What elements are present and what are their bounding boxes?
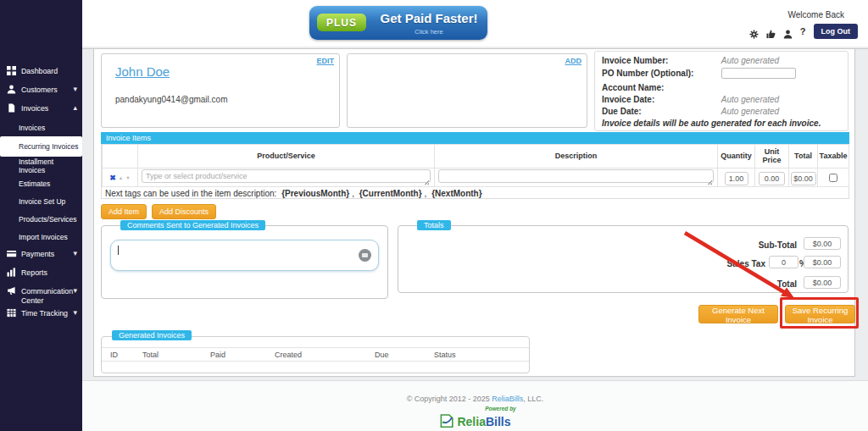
header-icons: ? Log Out: [749, 24, 858, 39]
sidebar-item-reports[interactable]: Reports: [0, 264, 82, 283]
powered-by-text: Powered by: [133, 406, 868, 412]
photo-icon[interactable]: [359, 249, 371, 262]
sidebar-subitem-recurring-invoices[interactable]: Recurring Invoices: [0, 136, 82, 157]
logout-button[interactable]: Log Out: [814, 24, 859, 39]
move-down-icon[interactable]: ▼: [125, 175, 130, 180]
gear-icon[interactable]: [749, 27, 759, 36]
generate-next-invoice-button[interactable]: Generate Next Invoice: [698, 305, 778, 323]
auto-generated-note: Invoice details will be auto generated f…: [602, 119, 821, 128]
po-number-row: PO Number (Optional):: [602, 68, 796, 79]
comments-textarea[interactable]: [110, 240, 379, 271]
customer-panel: EDIT John Doe pandakyung0414@gmail.com: [101, 53, 340, 128]
total-value-input[interactable]: [804, 276, 841, 289]
chevron-up-icon: ▴: [73, 100, 77, 112]
help-icon[interactable]: ?: [800, 26, 806, 36]
add-link[interactable]: ADD: [565, 57, 582, 65]
sidebar-item-communication-center[interactable]: Communication Center ▾: [0, 283, 82, 305]
edit-customer-link[interactable]: EDIT: [316, 57, 334, 65]
quantity-input[interactable]: [725, 172, 748, 185]
col-taxable: Taxable: [818, 145, 849, 169]
generated-invoices-section: Generated Invoices ID Total Paid Created…: [101, 336, 530, 373]
po-number-input[interactable]: [721, 68, 796, 79]
banner-title: Get Paid Faster!: [374, 11, 484, 25]
copyright-suffix: , LLC.: [523, 395, 543, 403]
logo-text: ReliaBills: [457, 415, 510, 428]
po-number-label: PO Number (Optional):: [602, 69, 719, 78]
customer-name-link[interactable]: John Doe: [115, 64, 170, 79]
total-label: Total: [777, 279, 797, 289]
due-date-value: Auto generated: [721, 107, 779, 116]
reliabills-logo[interactable]: ReliaBills: [82, 412, 868, 431]
due-date-label: Due Date:: [602, 107, 719, 116]
dashboard-icon: [7, 66, 18, 77]
add-item-button[interactable]: Add Item: [101, 204, 147, 219]
sidebar-subitem-import-invoices[interactable]: Import Invoices: [0, 228, 82, 246]
reliabills-link[interactable]: ReliaBills: [492, 395, 523, 403]
sidebar-item-payments[interactable]: Payments ▾: [0, 246, 82, 264]
invoice-number-label: Invoice Number:: [602, 56, 719, 65]
plus-badge: PLUS: [317, 14, 366, 31]
col-total: Total: [789, 145, 818, 169]
subtotal-input[interactable]: [804, 237, 841, 250]
item-row: ✖ ▲ ▼: [103, 169, 849, 187]
add-discounts-button[interactable]: Add Discounts: [152, 204, 216, 219]
tags-note: Next tags can be used in the item descri…: [105, 189, 482, 198]
sidebar-item-dashboard[interactable]: Dashboard: [0, 63, 82, 81]
save-recurring-invoice-button[interactable]: Save Recurring Invoice: [785, 305, 855, 323]
col-created: Created: [275, 351, 375, 359]
get-paid-faster-banner[interactable]: PLUS Get Paid Faster! Click here: [309, 6, 487, 40]
sidebar-item-label: Dashboard: [21, 63, 77, 76]
subitem-label: Invoices: [19, 124, 45, 132]
banner-click-here[interactable]: Click here: [374, 28, 484, 36]
invoices-icon: [7, 103, 18, 114]
subtotal-label: Sub-Total: [759, 240, 797, 250]
copyright-prefix: © Copyright 2012 - 2025: [407, 395, 492, 403]
sidebar-item-label: Customers: [21, 81, 73, 95]
top-header: PLUS Get Paid Faster! Click here Welcome…: [82, 0, 868, 47]
sidebar: Dashboard Customers ▾ Invoices ▴ Invoice…: [0, 0, 82, 431]
sidebar-item-invoices[interactable]: Invoices ▴: [0, 100, 82, 119]
comments-section: Comments Sent to Generated Invoices: [101, 225, 388, 299]
totals-section-title: Totals: [417, 220, 451, 230]
remove-item-icon[interactable]: ✖: [109, 174, 116, 182]
invoice-date-row: Invoice Date: Auto generated: [602, 95, 779, 104]
resize-handle[interactable]: [424, 180, 429, 185]
due-date-row: Due Date: Auto generated: [602, 107, 779, 116]
sidebar-item-time-tracking[interactable]: Time Tracking ▾: [0, 305, 82, 323]
sidebar-subitem-estimates[interactable]: Estimates: [0, 174, 82, 192]
sidebar-subitem-installment-invoices[interactable]: Installment Invoices: [0, 157, 82, 174]
resize-handle[interactable]: [707, 180, 712, 185]
col-unit-price: Unit Price: [755, 145, 789, 169]
product-service-input[interactable]: [142, 169, 431, 183]
sidebar-subitem-invoices[interactable]: Invoices: [0, 119, 82, 136]
chevron-down-icon: ▾: [73, 283, 77, 295]
tag-next-month: {NextMonth}: [431, 189, 481, 198]
subitem-label: Invoice Set Up: [19, 197, 65, 206]
sidebar-subitem-products-services[interactable]: Products/Services: [0, 210, 82, 228]
reports-icon: [7, 268, 18, 279]
sales-tax-value-input[interactable]: [804, 256, 841, 268]
move-up-icon[interactable]: ▲: [119, 175, 123, 180]
col-actions: [103, 145, 138, 169]
thumbs-up-icon[interactable]: [766, 27, 776, 36]
unit-price-input[interactable]: [759, 172, 785, 185]
reliabills-logo-icon: [439, 412, 455, 431]
taxable-checkbox[interactable]: [829, 174, 837, 182]
sales-tax-rate-input[interactable]: [769, 256, 798, 268]
col-product-service: Product/Service: [138, 145, 435, 169]
sidebar-item-customers[interactable]: Customers ▾: [0, 81, 82, 100]
sidebar-subitem-invoice-set-up[interactable]: Invoice Set Up: [0, 192, 82, 210]
payments-icon: [7, 249, 18, 260]
invoice-number-row: Invoice Number: Auto generated: [602, 56, 779, 65]
user-icon[interactable]: [783, 27, 793, 36]
tag-current-month: {CurrentMonth}: [359, 189, 422, 198]
sidebar-item-label: Reports: [21, 264, 77, 278]
total-input[interactable]: [791, 172, 816, 185]
invoice-items-table: Product/Service Description Quantity Uni…: [102, 144, 849, 187]
invoice-items-section: Product/Service Description Quantity Uni…: [101, 144, 849, 199]
recipients-panel: ADD: [347, 53, 587, 128]
col-paid: Paid: [210, 351, 275, 359]
description-input[interactable]: [438, 169, 714, 183]
time-tracking-icon: [7, 308, 18, 319]
generated-invoices-title: Generated Invoices: [112, 330, 192, 340]
